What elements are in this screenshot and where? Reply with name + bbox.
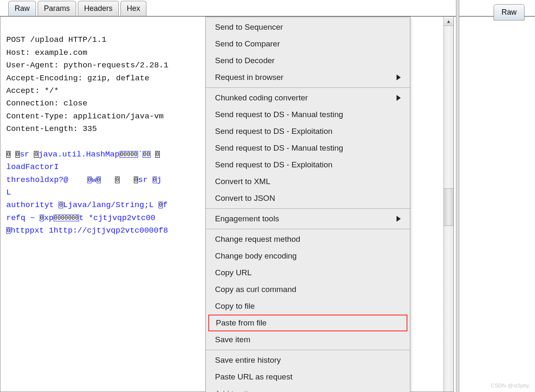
ct-line: Content-Type: application/java-vm bbox=[6, 112, 164, 121]
right-tab-raw[interactable]: Raw bbox=[494, 4, 525, 20]
ae-line: Accept-Encoding: gzip, deflate bbox=[6, 74, 149, 83]
menu-paste-url[interactable]: Paste URL as request bbox=[206, 369, 410, 385]
menu-chunked[interactable]: Chunked coding converter bbox=[206, 90, 410, 106]
submenu-arrow-icon bbox=[397, 216, 401, 222]
req-line: POST /upload HTTP/1.1 bbox=[6, 35, 106, 44]
watermark: CSDN @st3pby bbox=[491, 382, 529, 389]
tab-hex[interactable]: Hex bbox=[120, 1, 146, 16]
accept-line: Accept: */* bbox=[6, 86, 59, 95]
menu-save-item[interactable]: Save item bbox=[206, 331, 410, 348]
context-menu: Send to Sequencer Send to Comparer Send … bbox=[205, 17, 410, 392]
menu-group-send: Send to Sequencer Send to Comparer Send … bbox=[206, 17, 410, 87]
menu-ds-manual1[interactable]: Send request to DS - Manual testing bbox=[206, 106, 410, 123]
menu-request-browser[interactable]: Request in browser bbox=[206, 69, 410, 86]
body-refq: refq ~ 0xp0000000t *cjtjvqp2vtc00 bbox=[6, 213, 155, 223]
menu-save-history[interactable]: Save entire history bbox=[206, 352, 410, 369]
menu-ds-exploit2[interactable]: Send request to DS - Exploitation bbox=[206, 156, 410, 173]
menu-send-sequencer[interactable]: Send to Sequencer bbox=[206, 19, 410, 36]
menu-convert-json[interactable]: Convert to JSON bbox=[206, 190, 410, 207]
menu-group-history: Save entire history Paste URL as request… bbox=[206, 350, 410, 392]
menu-ds-exploit1[interactable]: Send request to DS - Exploitation bbox=[206, 123, 410, 140]
tab-headers[interactable]: Headers bbox=[78, 1, 119, 16]
menu-copy-curl[interactable]: Copy as curl command bbox=[206, 281, 410, 298]
menu-copy-file[interactable]: Copy to file bbox=[206, 298, 410, 315]
menu-group-edit: Change request method Change body encodi… bbox=[206, 229, 410, 350]
body-L: L bbox=[6, 188, 11, 197]
menu-convert-xml[interactable]: Convert to XML bbox=[206, 173, 410, 190]
ua-line: User-Agent: python-requests/2.28.1 bbox=[6, 61, 169, 70]
body-authority: authorityt 0Ljava/lang/String;L 0f bbox=[6, 200, 168, 210]
menu-change-method[interactable]: Change request method bbox=[206, 231, 410, 248]
scrollbar[interactable]: ▲ bbox=[443, 17, 453, 392]
menu-engagement[interactable]: Engagement tools bbox=[206, 210, 410, 227]
left-tabs: Raw Params Headers Hex bbox=[0, 0, 535, 17]
menu-send-comparer[interactable]: Send to Comparer bbox=[206, 36, 410, 52]
menu-group-engagement: Engagement tools bbox=[206, 208, 410, 229]
body-line1: 0 0sr 0java.util.HashMap00000`00 0 bbox=[6, 150, 160, 159]
menu-add-sitemap[interactable]: Add to site map bbox=[206, 385, 410, 392]
menu-group-ds: Chunked coding converter Send request to… bbox=[206, 87, 410, 208]
menu-send-decoder[interactable]: Send to Decoder bbox=[206, 52, 410, 69]
menu-paste-file[interactable]: Paste from file bbox=[208, 315, 407, 331]
body-loadfactor: loadFactorI bbox=[6, 162, 59, 172]
splitter[interactable] bbox=[456, 0, 459, 392]
body-threshold: thresholdxp?@ 0w0 0 0sr 0j bbox=[6, 175, 161, 184]
cl-line: Content-Length: 335 bbox=[6, 124, 97, 133]
host-line: Host: example.com bbox=[6, 48, 87, 57]
submenu-arrow-icon bbox=[397, 95, 401, 101]
request-panel: POST /upload HTTP/1.1 Host: example.com … bbox=[0, 17, 454, 392]
scroll-up-icon[interactable]: ▲ bbox=[444, 17, 453, 26]
scroll-thumb[interactable] bbox=[444, 188, 453, 226]
body-http: 0httppxt 1http://cjtjvqp2vtc0000f8 bbox=[6, 226, 168, 235]
tab-raw[interactable]: Raw bbox=[8, 1, 36, 16]
tab-params[interactable]: Params bbox=[38, 1, 76, 16]
conn-line: Connection: close bbox=[6, 99, 87, 108]
menu-change-encoding[interactable]: Change body encoding bbox=[206, 248, 410, 264]
menu-copy-url[interactable]: Copy URL bbox=[206, 264, 410, 281]
menu-ds-manual2[interactable]: Send request to DS - Manual testing bbox=[206, 140, 410, 156]
submenu-arrow-icon bbox=[397, 74, 401, 80]
